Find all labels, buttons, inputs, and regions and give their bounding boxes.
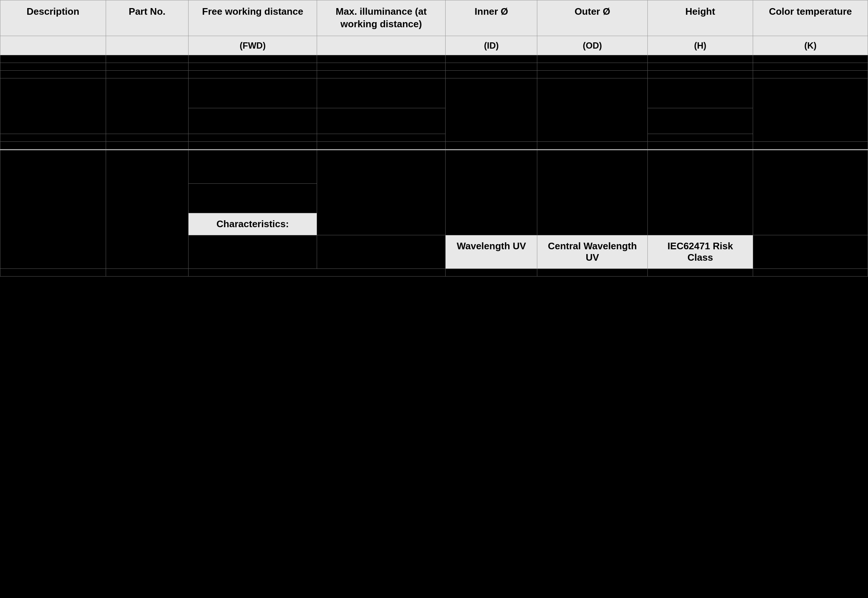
cell-fwd-uv xyxy=(188,268,445,276)
cell-illuminance xyxy=(317,55,445,63)
col-header-height: Height xyxy=(647,0,753,36)
cell-description-uv xyxy=(0,268,106,276)
cell-color xyxy=(753,55,868,63)
cell-description xyxy=(0,63,106,70)
cell-fwd-split2 xyxy=(188,150,317,213)
cell-fwd xyxy=(188,63,317,70)
cell-illuminance xyxy=(317,141,445,150)
cell-color xyxy=(753,70,868,78)
subheader-fwd: (FWD) xyxy=(188,36,317,55)
table-row-separator xyxy=(0,150,868,213)
cell-partno xyxy=(106,78,188,134)
col-header-outer: Outer Ø xyxy=(537,0,647,36)
cell-illuminance-split xyxy=(317,78,445,134)
cell-description xyxy=(0,134,106,141)
char-color-empty xyxy=(753,235,868,268)
cell-inner xyxy=(445,150,537,235)
table-row-uv xyxy=(0,268,868,276)
cell-color xyxy=(753,78,868,141)
cell-color xyxy=(753,141,868,150)
col-header-description: Description xyxy=(0,0,106,36)
char-fwd-empty xyxy=(188,235,317,268)
cell-outer xyxy=(537,63,647,70)
cell-outer xyxy=(537,55,647,63)
cell-inner xyxy=(445,70,537,78)
cell-height-uv xyxy=(647,268,753,276)
char-iec: IEC62471 Risk Class xyxy=(647,235,753,268)
subheader-row: (FWD) (ID) (OD) (H) (K) xyxy=(0,36,868,55)
cell-height xyxy=(647,55,753,63)
char-illuminance-empty xyxy=(317,235,445,268)
subheader-height: (H) xyxy=(647,36,753,55)
cell-height xyxy=(647,70,753,78)
cell-fwd xyxy=(188,134,317,141)
cell-description xyxy=(0,70,106,78)
cell-partno xyxy=(106,134,188,141)
cell-height-split xyxy=(647,78,753,134)
cell-partno xyxy=(106,150,188,268)
cell-inner xyxy=(445,63,537,70)
cell-description xyxy=(0,55,106,63)
col-header-illuminance: Max. illuminance (at working distance) xyxy=(317,0,445,36)
char-wavelength: Wavelength UV xyxy=(445,235,537,268)
cell-fwd xyxy=(188,141,317,150)
subheader-description xyxy=(0,36,106,55)
cell-outer xyxy=(537,141,647,150)
subheader-illuminance xyxy=(317,36,445,55)
char-central: Central Wavelength UV xyxy=(537,235,647,268)
col-header-inner: Inner Ø xyxy=(445,0,537,36)
cell-outer xyxy=(537,78,647,141)
cell-partno xyxy=(106,55,188,63)
cell-inner-uv xyxy=(445,268,537,276)
cell-inner xyxy=(445,141,537,150)
subheader-color: (K) xyxy=(753,36,868,55)
cell-outer xyxy=(537,150,647,235)
cell-fwd xyxy=(188,55,317,63)
cell-description xyxy=(0,78,106,134)
table-row xyxy=(0,78,868,134)
char-label: Characteristics: xyxy=(188,213,317,235)
cell-outer-uv xyxy=(537,268,647,276)
cell-height xyxy=(647,141,753,150)
table-row xyxy=(0,55,868,63)
col-header-color: Color temperature xyxy=(753,0,868,36)
cell-partno xyxy=(106,63,188,70)
subheader-outer: (OD) xyxy=(537,36,647,55)
header-row: Description Part No. Free working distan… xyxy=(0,0,868,36)
cell-illuminance xyxy=(317,134,445,141)
col-header-fwd: Free working distance xyxy=(188,0,317,36)
cell-illuminance xyxy=(317,70,445,78)
table-row xyxy=(0,141,868,150)
subheader-inner: (ID) xyxy=(445,36,537,55)
col-header-partno: Part No. xyxy=(106,0,188,36)
cell-description xyxy=(0,150,106,268)
cell-fwd xyxy=(188,70,317,78)
cell-description xyxy=(0,141,106,150)
table-row xyxy=(0,70,868,78)
cell-color xyxy=(753,63,868,70)
table-row xyxy=(0,63,868,70)
cell-partno-uv xyxy=(106,268,188,276)
cell-color-uv xyxy=(753,268,868,276)
cell-height xyxy=(647,134,753,141)
cell-height xyxy=(647,150,753,235)
cell-partno xyxy=(106,70,188,78)
cell-illuminance xyxy=(317,150,445,235)
cell-inner xyxy=(445,55,537,63)
table-row-sub xyxy=(0,134,868,141)
main-table: Description Part No. Free working distan… xyxy=(0,0,868,277)
cell-height xyxy=(647,63,753,70)
cell-outer xyxy=(537,70,647,78)
cell-color xyxy=(753,150,868,235)
cell-fwd-split xyxy=(188,78,317,134)
subheader-partno xyxy=(106,36,188,55)
cell-inner xyxy=(445,78,537,141)
cell-illuminance xyxy=(317,63,445,70)
cell-partno xyxy=(106,141,188,150)
